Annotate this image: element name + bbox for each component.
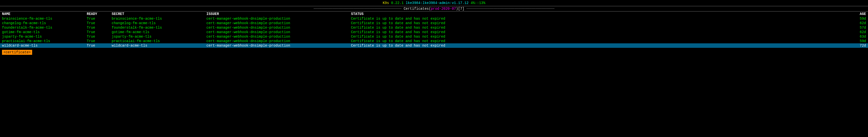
col-header-status: STATUS <box>351 12 846 16</box>
k9s-context: lke3984:lke3984-admin:v1.17.12 <box>406 1 469 5</box>
table-row[interactable]: changelog-fm-acme-tls True changelog-fm-… <box>0 21 868 25</box>
terminal: K9s 0.22.1 lke3984:lke3984-admin:v1.17.1… <box>0 0 868 56</box>
table-row[interactable]: gotime-fm-acme-tls True gotime-fm-acme-t… <box>0 30 868 34</box>
header-title-suffix: ) <box>456 7 458 11</box>
cell-secret: brainscience-fm-acme-tls <box>112 17 207 21</box>
cell-name: gotime-fm-acme-tls <box>2 30 87 34</box>
header-title-prefix: Certificates( <box>404 7 431 11</box>
k9s-cpu: 4%::13% <box>471 1 485 5</box>
cell-age: 59d <box>846 39 866 43</box>
cell-status: Certificate is up to date and has not ex… <box>351 39 846 43</box>
data-rows: brainscience-fm-acme-tls True brainscien… <box>0 16 868 48</box>
cell-issuer: cert-manager-webhook-dnsimple-production <box>207 39 351 43</box>
cell-age: 57d <box>846 26 866 30</box>
cell-age: 72d <box>846 44 866 47</box>
k9s-version: 0.22.1 <box>391 1 404 5</box>
cell-ready: True <box>87 21 112 25</box>
col-header-ready: READY <box>87 12 112 16</box>
cell-name: practicalai-fm-acme-tls <box>2 39 87 43</box>
cell-name: jsparty-fm-acme-tls <box>2 35 87 39</box>
cell-issuer: cert-manager-webhook-dnsimple-production <box>207 44 351 47</box>
cell-issuer: cert-manager-webhook-dnsimple-production <box>207 30 351 34</box>
title-bar: K9s 0.22.1 lke3984:lke3984-admin:v1.17.1… <box>0 0 868 6</box>
cell-ready: True <box>87 35 112 39</box>
cell-name: wildcard-acme-tls <box>2 44 87 47</box>
cell-secret: changelog-fm-acme-tls <box>112 21 207 25</box>
table-row[interactable]: founderstalk-fm-acme-tls True foundersta… <box>0 25 868 30</box>
cell-issuer: cert-manager-webhook-dnsimple-production <box>207 17 351 21</box>
cell-status: Certificate is up to date and has not ex… <box>351 26 846 30</box>
status-badge: <certificate> <box>2 50 32 55</box>
cell-issuer: cert-manager-webhook-dnsimple-production <box>207 26 351 30</box>
cell-secret: founderstalk-fm-acme-tls <box>112 26 207 30</box>
cell-name: changelog-fm-acme-tls <box>2 21 87 25</box>
cell-ready: True <box>87 44 112 47</box>
cell-name: founderstalk-fm-acme-tls <box>2 26 87 30</box>
table-row[interactable]: jsparty-fm-acme-tls True jsparty-fm-acme… <box>0 34 868 39</box>
header-count: [7] <box>458 7 464 11</box>
cell-issuer: cert-manager-webhook-dnsimple-production <box>207 21 351 25</box>
cell-status: Certificate is up to date and has not ex… <box>351 30 846 34</box>
cell-issuer: cert-manager-webhook-dnsimple-production <box>207 35 351 39</box>
header-dashes-left: ────────────────────────────────────────… <box>314 7 404 11</box>
cell-age: 63d <box>846 35 866 39</box>
cell-ready: True <box>87 30 112 34</box>
table-row[interactable]: brainscience-fm-acme-tls True brainscien… <box>0 16 868 21</box>
col-header-name: NAME <box>2 12 87 16</box>
cell-status: Certificate is up to date and has not ex… <box>351 17 846 21</box>
cell-age: 62d <box>846 21 866 25</box>
cell-secret: practicalai-fm-acme-tls <box>112 39 207 43</box>
cell-age: 62d <box>846 30 866 34</box>
cell-status: Certificate is up to date and has not ex… <box>351 44 846 47</box>
column-headers: NAME READY SECRET ISSUER STATUS AGE <box>0 11 868 16</box>
footer: <certificate> <box>0 48 868 56</box>
k9s-label: K9s <box>383 1 389 5</box>
cell-secret: gotime-fm-acme-tls <box>112 30 207 34</box>
col-header-issuer: ISSUER <box>207 12 351 16</box>
cell-ready: True <box>87 26 112 30</box>
col-header-age: AGE <box>846 12 866 16</box>
cell-ready: True <box>87 17 112 21</box>
cell-name: brainscience-fm-acme-tls <box>2 17 87 21</box>
cell-status: Certificate is up to date and has not ex… <box>351 35 846 39</box>
header-dashes-right: ────────────────────────────────────────… <box>464 7 554 11</box>
cell-secret: wildcard-acme-tls <box>112 44 207 47</box>
table-row[interactable]: practicalai-fm-acme-tls True practicalai… <box>0 39 868 43</box>
cell-status: Certificate is up to date and has not ex… <box>351 21 846 25</box>
col-header-secret: SECRET <box>112 12 207 16</box>
cell-age: 59d <box>846 17 866 21</box>
cell-ready: True <box>87 39 112 43</box>
table-row[interactable]: wildcard-acme-tls True wildcard-acme-tls… <box>0 43 868 48</box>
cell-secret: jsparty-fm-acme-tls <box>112 35 207 39</box>
section-header: ────────────────────────────────────────… <box>0 6 868 11</box>
header-namespace: prod-2020-07 <box>431 7 456 11</box>
